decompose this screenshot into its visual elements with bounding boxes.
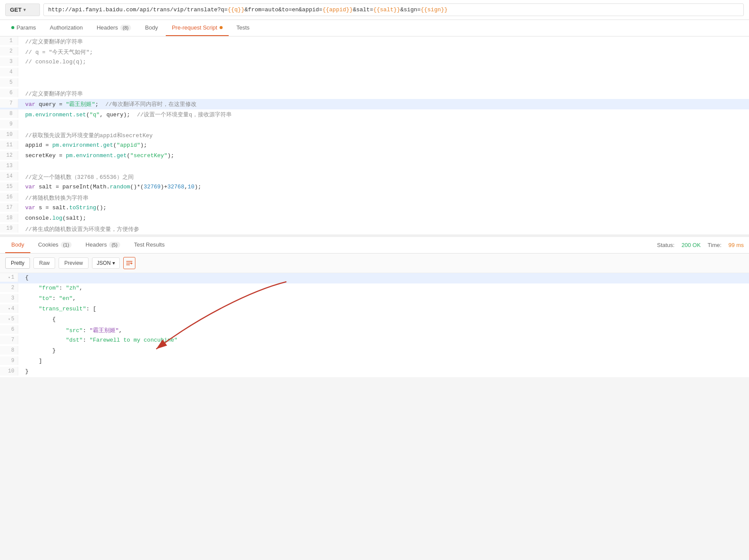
tab-tests[interactable]: Tests — [230, 20, 256, 36]
status-value: 200 OK — [681, 242, 700, 248]
line-num-8: 8 — [0, 109, 18, 118]
tab-headers[interactable]: Headers (8) — [91, 20, 138, 36]
json-line-10: 10 } — [0, 367, 749, 377]
request-tabs: Params Authorization Headers (8) Body Pr… — [0, 20, 749, 36]
tab-body-label: Body — [145, 24, 158, 31]
pretty-button[interactable]: Pretty — [5, 257, 30, 269]
format-label: JSON — [97, 260, 111, 266]
tab-auth-label: Authorization — [50, 24, 83, 31]
line-num-4: 4 — [0, 68, 18, 76]
url-param-salt: {{salt}} — [373, 7, 400, 13]
url-bar: GET ▾ http://api.fanyi.baidu.com/api/tra… — [0, 0, 749, 20]
json-line-num-8: 8 — [0, 346, 18, 355]
tab-prerequest-label: Pre-request Script — [172, 24, 217, 31]
tab-body[interactable]: Body — [139, 20, 164, 36]
tab-headers-label: Headers — [97, 24, 118, 31]
line-content-7: var query = "霸王别姬"; //每次翻译不同内容时，在这里修改 — [18, 99, 749, 109]
code-line-2: 2 // q = "今天天气如何"; — [0, 47, 749, 57]
tab-tests-label: Tests — [237, 24, 250, 31]
rtab-cookies-label: Cookies — [38, 241, 59, 248]
rtab-body-label: Body — [11, 241, 24, 248]
method-chevron-icon: ▾ — [23, 7, 26, 12]
rtab-headers-label: Headers — [85, 241, 107, 248]
line-content-15: var salt = parseInt(Math.random()*(32769… — [18, 182, 749, 191]
method-label: GET — [10, 7, 22, 13]
url-mid2: &salt= — [353, 7, 373, 13]
wrap-icon[interactable] — [123, 257, 135, 269]
json-line-2: 2 "from": "zh", — [0, 283, 749, 294]
json-line-num-6: 6 — [0, 325, 18, 334]
response-tabs-bar: Body Cookies (1) Headers (5) Test Result… — [0, 237, 749, 254]
fold-arrow-4[interactable]: ▾ — [8, 306, 10, 311]
response-headers-badge: (5) — [109, 242, 120, 248]
line-content-4 — [18, 68, 749, 70]
fold-arrow-5[interactable]: ▾ — [8, 317, 10, 322]
line-num-15: 15 — [0, 182, 18, 191]
tab-authorization[interactable]: Authorization — [44, 20, 89, 36]
line-content-18: console.log(salt); — [18, 214, 749, 223]
code-line-19: 19 //将生成的随机数设置为环境变量，方便传参 — [0, 224, 749, 234]
tab-params[interactable]: Params — [5, 20, 42, 36]
line-num-12: 12 — [0, 151, 18, 160]
format-chevron-icon: ▾ — [112, 260, 115, 266]
url-mid1: &from=auto&to=en&appid= — [244, 7, 322, 13]
json-line-content-8: } — [18, 346, 749, 355]
code-line-1: 1 //定义要翻译的字符串 — [0, 36, 749, 47]
code-editor[interactable]: 1 //定义要翻译的字符串 2 // q = "今天天气如何"; 3 // co… — [0, 36, 749, 237]
json-line-num-9: 9 — [0, 356, 18, 365]
json-line-8: 8 } — [0, 346, 749, 356]
rtab-testresults[interactable]: Test Results — [128, 237, 171, 253]
line-num-7: 7 — [0, 99, 18, 108]
rtab-body[interactable]: Body — [5, 237, 30, 253]
json-line-num-7: 7 — [0, 336, 18, 344]
rtab-headers[interactable]: Headers (5) — [79, 237, 126, 253]
line-num-16: 16 — [0, 193, 18, 201]
code-line-11: 11 appid = pm.environment.get("appid"); — [0, 141, 749, 151]
line-num-17: 17 — [0, 203, 18, 212]
response-section: Body Cookies (1) Headers (5) Test Result… — [0, 237, 749, 377]
line-content-12: secretKey = pm.environment.get("secretKe… — [18, 151, 749, 160]
tab-prerequest[interactable]: Pre-request Script — [166, 20, 229, 36]
time-value: 99 ms — [729, 242, 744, 248]
json-line-content-4: "trans_result": [ — [18, 304, 749, 313]
line-num-19: 19 — [0, 224, 18, 233]
raw-button[interactable]: Raw — [33, 257, 55, 269]
cookies-badge: (1) — [61, 242, 72, 248]
line-content-11: appid = pm.environment.get("appid"); — [18, 141, 749, 150]
line-content-8: pm.environment.set("q", query); //设置一个环境… — [18, 109, 749, 120]
line-content-13 — [18, 161, 749, 164]
json-line-content-2: "from": "zh", — [18, 283, 749, 293]
url-param-q: {{q}} — [227, 7, 244, 13]
code-line-17: 17 var s = salt.toString(); — [0, 203, 749, 214]
line-num-11: 11 — [0, 141, 18, 149]
line-content-19: //将生成的随机数设置为环境变量，方便传参 — [18, 224, 749, 234]
line-content-10: //获取预先设置为环境变量的appid和secretKey — [18, 130, 749, 141]
rtab-cookies[interactable]: Cookies (1) — [32, 237, 78, 253]
url-mid3: &sign= — [400, 7, 420, 13]
json-line-content-5: { — [18, 315, 749, 324]
code-line-14: 14 //定义一个随机数（32768，65536）之间 — [0, 172, 749, 182]
method-select[interactable]: GET ▾ — [5, 3, 40, 16]
json-line-content-6: "src": "霸王别姬", — [18, 325, 749, 336]
line-content-1: //定义要翻译的字符串 — [18, 36, 749, 47]
rtab-testresults-label: Test Results — [134, 241, 165, 248]
status-info: Status: 200 OK Time: 99 ms — [657, 242, 744, 248]
url-display[interactable]: http://api.fanyi.baidu.com/api/trans/vip… — [43, 3, 744, 16]
json-line-9: 9 ] — [0, 356, 749, 367]
line-content-14: //定义一个随机数（32768，65536）之间 — [18, 172, 749, 182]
response-json: ▾ 1 { 2 "from": "zh", 3 "to": "en", ▾ 4 … — [0, 273, 749, 377]
preview-button[interactable]: Preview — [59, 257, 89, 269]
json-line-num-5: ▾ 5 — [0, 315, 18, 323]
json-line-1: ▾ 1 { — [0, 273, 749, 283]
fold-arrow-1[interactable]: ▾ — [8, 275, 10, 280]
prerequest-dot — [220, 26, 223, 29]
line-content-2: // q = "今天天气如何"; — [18, 47, 749, 57]
status-label: Status: — [657, 242, 674, 248]
time-label: Time: — [708, 242, 722, 248]
params-dot — [11, 26, 14, 29]
line-content-6: //定义要翻译的字符串 — [18, 89, 749, 99]
json-line-num-3: 3 — [0, 294, 18, 303]
url-base: http://api.fanyi.baidu.com/api/trans/vip… — [48, 7, 227, 13]
format-select[interactable]: JSON ▾ — [92, 257, 120, 269]
code-line-8: 8 pm.environment.set("q", query); //设置一个… — [0, 109, 749, 120]
